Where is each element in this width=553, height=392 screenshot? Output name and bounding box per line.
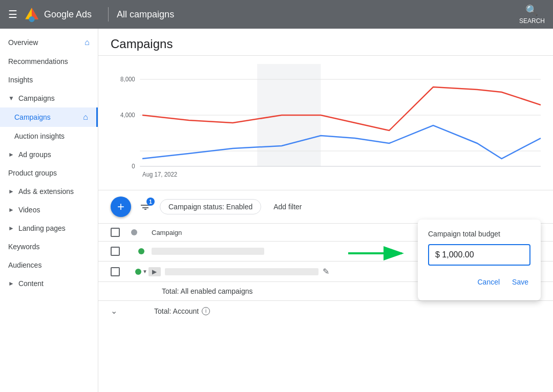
- chart-container: 8,000 4,000 0 Aug 17, 2022: [98, 56, 553, 190]
- ad-groups-expand-icon: ►: [8, 151, 14, 158]
- green-arrow-indicator: [348, 243, 410, 264]
- sidebar-item-audiences[interactable]: Audiences: [0, 256, 98, 274]
- save-button[interactable]: Save: [510, 274, 530, 290]
- search-button[interactable]: 🔍 SEARCH: [519, 4, 545, 25]
- cancel-button[interactable]: Cancel: [475, 274, 502, 290]
- insights-label: Insights: [8, 76, 33, 84]
- main-layout: Overview ⌂ Recommendations Insights ▼ Ca…: [0, 29, 553, 392]
- videos-label: Videos: [18, 206, 40, 214]
- sidebar-item-campaigns[interactable]: Campaigns ⌂: [0, 107, 98, 127]
- row1-status-dot: [138, 248, 144, 254]
- add-campaign-button[interactable]: +: [111, 197, 131, 217]
- row2-status-wrapper: ▼: [135, 269, 147, 275]
- select-all-checkbox[interactable]: [111, 228, 120, 237]
- landing-expand-icon: ►: [8, 225, 14, 232]
- content-label: Content: [18, 279, 44, 288]
- campaign-status-chip[interactable]: Campaign status: Enabled: [160, 199, 261, 214]
- product-groups-label: Product groups: [8, 169, 57, 177]
- row2-checkbox-col: [111, 267, 131, 276]
- recommendations-label: Recommendations: [8, 57, 68, 66]
- video-campaign-icon: ▶: [148, 267, 161, 276]
- ads-extensions-label: Ads & extensions: [18, 187, 74, 195]
- logo: Google Ads: [24, 6, 92, 23]
- total-account-label: Total: Account i: [123, 307, 541, 315]
- row2-checkbox[interactable]: [111, 267, 120, 276]
- row1-checkbox[interactable]: [111, 247, 120, 256]
- sidebar-item-recommendations[interactable]: Recommendations: [0, 52, 98, 71]
- campaigns-section-label: Campaigns: [18, 94, 55, 102]
- campaigns-table: Campaign Budget: [98, 224, 553, 321]
- row2-name-placeholder: [165, 268, 318, 275]
- google-ads-logo-icon: [24, 6, 40, 23]
- header-status-col: [131, 229, 152, 235]
- budget-input[interactable]: [435, 250, 523, 259]
- total-account-chevron[interactable]: ⌄: [111, 306, 117, 316]
- sidebar-item-ads-extensions[interactable]: ► Ads & extensions: [0, 182, 98, 201]
- svg-text:Aug 17, 2022: Aug 17, 2022: [142, 171, 177, 178]
- add-filter-button[interactable]: Add filter: [269, 200, 306, 214]
- search-icon: 🔍: [525, 4, 538, 16]
- svg-text:0: 0: [132, 163, 135, 169]
- sidebar: Overview ⌂ Recommendations Insights ▼ Ca…: [0, 29, 98, 392]
- budget-popup-title: Campaign total budget: [428, 230, 530, 238]
- keywords-label: Keywords: [8, 243, 39, 251]
- add-filter-label: Add filter: [273, 203, 302, 211]
- main-header: Campaigns: [98, 29, 553, 56]
- sidebar-item-auction-insights[interactable]: Auction insights: [0, 127, 98, 145]
- sidebar-item-overview[interactable]: Overview ⌂: [0, 33, 98, 52]
- header-checkbox-col: [111, 228, 131, 237]
- row2-campaign-name: ▶ ✎: [148, 267, 438, 276]
- menu-icon[interactable]: ☰: [8, 8, 17, 20]
- campaign-status-label: Campaign status: Enabled: [168, 203, 252, 211]
- sidebar-item-ad-groups[interactable]: ► Ad groups: [0, 145, 98, 164]
- sidebar-item-insights[interactable]: Insights: [0, 71, 98, 89]
- overview-label: Overview: [8, 38, 38, 47]
- audiences-label: Audiences: [8, 261, 41, 269]
- videos-expand-icon: ►: [8, 206, 14, 213]
- header-campaign-title: All campaigns: [117, 9, 519, 20]
- home-icon: ⌂: [84, 38, 90, 47]
- collapse-icon: ▼: [8, 95, 14, 102]
- green-arrow-svg: [348, 243, 410, 264]
- ad-groups-label: Ad groups: [18, 150, 51, 159]
- auction-insights-label: Auction insights: [14, 132, 65, 140]
- filter-bar: + 1 Campaign status: Enabled Add filter: [98, 190, 553, 224]
- search-label: SEARCH: [519, 17, 545, 25]
- chart-area: 8,000 4,000 0 Aug 17, 2022: [111, 64, 541, 182]
- landing-pages-label: Landing pages: [18, 224, 66, 232]
- row1-status-col: [131, 248, 152, 254]
- campaign-chart: 8,000 4,000 0 Aug 17, 2022: [111, 64, 541, 182]
- sidebar-item-product-groups[interactable]: Product groups: [0, 164, 98, 182]
- svg-text:8,000: 8,000: [120, 76, 135, 82]
- sidebar-section-campaigns[interactable]: ▼ Campaigns: [0, 89, 98, 107]
- add-icon: +: [117, 200, 124, 214]
- total-account-row: ⌄ Total: Account i: [98, 301, 553, 321]
- svg-text:4,000: 4,000: [120, 112, 135, 118]
- info-icon[interactable]: i: [202, 307, 210, 315]
- header: ☰ Google Ads All campaigns 🔍 SEARCH: [0, 0, 553, 29]
- status-header-indicator: [131, 229, 137, 235]
- svg-point-3: [29, 16, 34, 22]
- row1-checkbox-col: [111, 247, 131, 256]
- page-title: Campaigns: [111, 37, 541, 51]
- ads-expand-icon: ►: [8, 188, 14, 195]
- sidebar-item-landing-pages[interactable]: ► Landing pages: [0, 219, 98, 237]
- sidebar-item-keywords[interactable]: Keywords: [0, 237, 98, 256]
- row1-name-placeholder: [152, 248, 264, 255]
- budget-popup-actions: Cancel Save: [428, 274, 530, 290]
- content-expand-icon: ►: [8, 280, 14, 287]
- filter-badge: 1: [146, 198, 155, 206]
- row2-status-dot: [135, 269, 141, 275]
- main-content: Campaigns 8,000 4,000 0: [98, 29, 553, 392]
- campaigns-home-icon: ⌂: [83, 113, 88, 122]
- budget-popup: Campaign total budget Cancel Save: [418, 220, 541, 300]
- filter-icon-wrapper[interactable]: 1: [139, 201, 152, 213]
- app-name-label: Google Ads: [44, 9, 92, 20]
- edit-icon[interactable]: ✎: [323, 267, 329, 276]
- sidebar-item-videos[interactable]: ► Videos: [0, 201, 98, 219]
- sidebar-item-content[interactable]: ► Content: [0, 274, 98, 293]
- campaigns-label: Campaigns: [14, 113, 51, 121]
- status-dropdown-arrow[interactable]: ▼: [142, 269, 147, 274]
- campaign-column-header[interactable]: Campaign: [152, 229, 438, 236]
- header-divider: [108, 7, 109, 21]
